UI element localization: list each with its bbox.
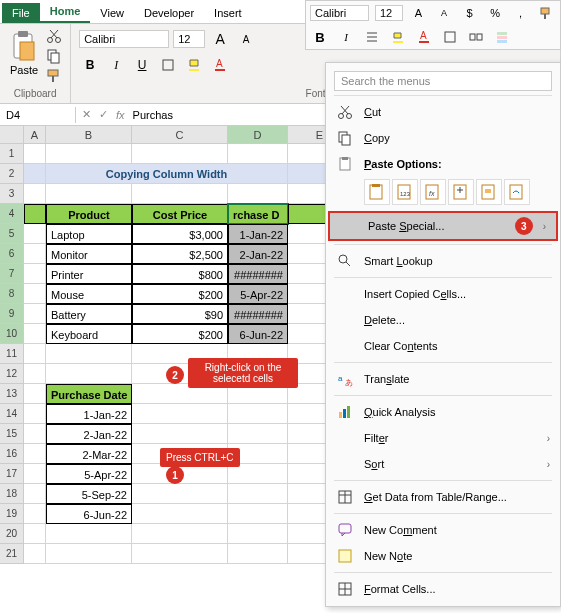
menu-smart-lookup[interactable]: Smart Lookup xyxy=(326,248,560,274)
bold-button[interactable]: B xyxy=(79,54,101,76)
cell[interactable] xyxy=(24,544,46,564)
mini-font-color-icon[interactable]: A xyxy=(414,27,434,47)
font-size-input[interactable] xyxy=(173,30,205,48)
tab-home[interactable]: Home xyxy=(40,1,91,23)
font-color-button[interactable]: A xyxy=(209,54,231,76)
menu-insert-copied[interactable]: Insert Copied Cells... xyxy=(326,281,560,307)
cell[interactable] xyxy=(24,204,46,224)
row-header[interactable]: 9 xyxy=(0,304,24,324)
cell[interactable] xyxy=(24,344,46,364)
select-all-corner[interactable] xyxy=(0,126,24,143)
cell[interactable] xyxy=(132,504,228,524)
decrease-font-icon[interactable]: A xyxy=(434,3,454,23)
cell[interactable]: Purchase Date xyxy=(46,384,132,404)
formula-input[interactable]: Purchas xyxy=(133,109,173,121)
cell[interactable] xyxy=(24,324,46,344)
row-header[interactable]: 7 xyxy=(0,264,24,284)
cell[interactable]: 2-Jan-22 xyxy=(228,244,288,264)
cell[interactable]: $200 xyxy=(132,284,228,304)
cell[interactable]: Copying Column Width xyxy=(46,164,288,184)
tab-developer[interactable]: Developer xyxy=(134,3,204,23)
col-header-c[interactable]: C xyxy=(132,126,228,143)
cell[interactable]: Printer xyxy=(46,264,132,284)
cell[interactable]: Battery xyxy=(46,304,132,324)
mini-font-name[interactable]: Calibri xyxy=(310,5,369,21)
cell[interactable] xyxy=(24,484,46,504)
mini-conditional-icon[interactable] xyxy=(492,27,512,47)
cell[interactable] xyxy=(24,264,46,284)
tab-file[interactable]: File xyxy=(2,3,40,23)
cell[interactable] xyxy=(46,344,132,364)
cell[interactable] xyxy=(228,484,288,504)
comma-icon[interactable]: , xyxy=(511,3,531,23)
row-header[interactable]: 21 xyxy=(0,544,24,564)
row-header[interactable]: 16 xyxy=(0,444,24,464)
cell[interactable] xyxy=(132,424,228,444)
mini-align-icon[interactable] xyxy=(362,27,382,47)
fx-icon[interactable]: fx xyxy=(116,109,125,121)
cell[interactable]: ######## xyxy=(228,304,288,324)
increase-font-button[interactable]: A xyxy=(209,28,231,50)
row-header[interactable]: 6 xyxy=(0,244,24,264)
row-header[interactable]: 20 xyxy=(0,524,24,544)
row-header[interactable]: 12 xyxy=(0,364,24,384)
mini-merge-icon[interactable] xyxy=(466,27,486,47)
cell[interactable] xyxy=(132,484,228,504)
paste-button[interactable]: Paste xyxy=(8,28,40,78)
paste-option-all[interactable] xyxy=(364,179,390,205)
cell[interactable]: 1-Jan-22 xyxy=(228,224,288,244)
mini-bold-button[interactable]: B xyxy=(310,27,330,47)
menu-delete[interactable]: Delete... xyxy=(326,307,560,333)
cell[interactable]: 2-Jan-22 xyxy=(46,424,132,444)
cell[interactable] xyxy=(228,504,288,524)
cell[interactable]: 2-Mar-22 xyxy=(46,444,132,464)
cell[interactable] xyxy=(132,404,228,424)
mini-borders-icon[interactable] xyxy=(440,27,460,47)
cell[interactable] xyxy=(228,144,288,164)
cell[interactable] xyxy=(24,424,46,444)
cell[interactable] xyxy=(24,164,46,184)
menu-format-cells[interactable]: Format Cells... xyxy=(326,576,560,602)
format-painter-icon[interactable] xyxy=(536,3,556,23)
decrease-font-button[interactable]: A xyxy=(235,28,257,50)
menu-paste-special[interactable]: Paste Special... 3 › xyxy=(328,211,558,241)
cell[interactable]: Cost Price xyxy=(132,204,228,224)
row-header[interactable]: 18 xyxy=(0,484,24,504)
fill-color-button[interactable] xyxy=(183,54,205,76)
cell[interactable]: Product xyxy=(46,204,132,224)
cell[interactable] xyxy=(24,404,46,424)
row-header[interactable]: 5 xyxy=(0,224,24,244)
cell[interactable] xyxy=(46,184,132,204)
menu-get-data[interactable]: Get Data from Table/Range... xyxy=(326,484,560,510)
mini-fill-color-icon[interactable] xyxy=(388,27,408,47)
cell[interactable] xyxy=(24,224,46,244)
cell[interactable] xyxy=(24,184,46,204)
row-header[interactable]: 10 xyxy=(0,324,24,344)
col-header-a[interactable]: A xyxy=(24,126,46,143)
format-painter-icon[interactable] xyxy=(46,68,62,84)
italic-button[interactable]: I xyxy=(105,54,127,76)
tab-insert[interactable]: Insert xyxy=(204,3,252,23)
cell[interactable]: 5-Apr-22 xyxy=(46,464,132,484)
menu-cut[interactable]: Cut xyxy=(326,99,560,125)
cell[interactable]: $90 xyxy=(132,304,228,324)
paste-option-values[interactable]: 123 xyxy=(392,179,418,205)
paste-option-formulas[interactable]: fx xyxy=(420,179,446,205)
cell[interactable]: Laptop xyxy=(46,224,132,244)
menu-filter[interactable]: Filter› xyxy=(326,425,560,451)
cell[interactable] xyxy=(228,544,288,564)
cell[interactable]: $3,000 xyxy=(132,224,228,244)
font-name-input[interactable] xyxy=(79,30,169,48)
menu-search-input[interactable]: Search the menus xyxy=(334,71,552,91)
fx-cancel-icon[interactable]: ✕ xyxy=(82,108,91,121)
cell[interactable] xyxy=(46,524,132,544)
cell[interactable] xyxy=(228,464,288,484)
cell[interactable]: 6-Jun-22 xyxy=(228,324,288,344)
cell[interactable] xyxy=(228,424,288,444)
row-header[interactable]: 17 xyxy=(0,464,24,484)
cell[interactable] xyxy=(24,244,46,264)
cell[interactable] xyxy=(132,184,228,204)
cell[interactable] xyxy=(132,524,228,544)
mini-italic-button[interactable]: I xyxy=(336,27,356,47)
row-header[interactable]: 14 xyxy=(0,404,24,424)
